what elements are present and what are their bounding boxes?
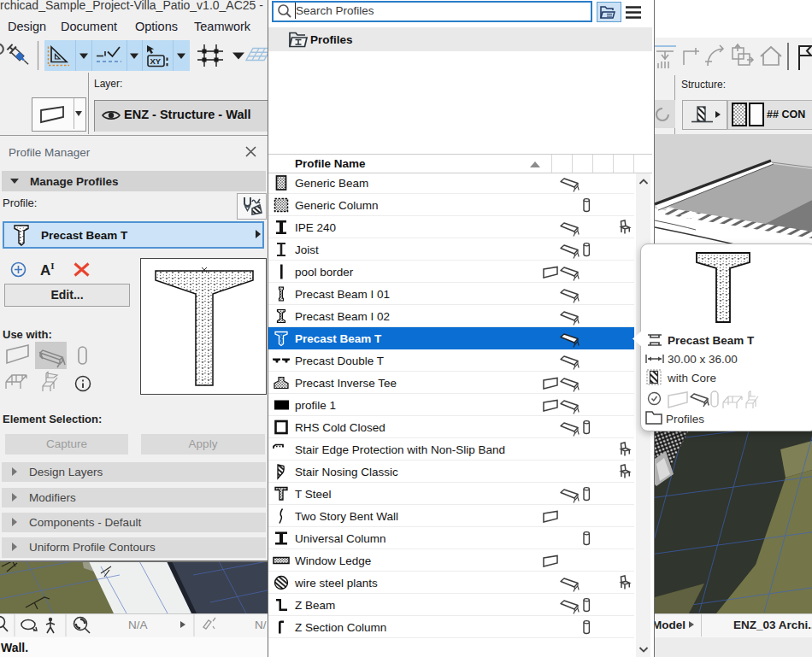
svg-text:N/: N/ [255,619,267,631]
svg-text:XY: XY [150,56,162,66]
svg-text:N/A: N/A [128,619,148,631]
